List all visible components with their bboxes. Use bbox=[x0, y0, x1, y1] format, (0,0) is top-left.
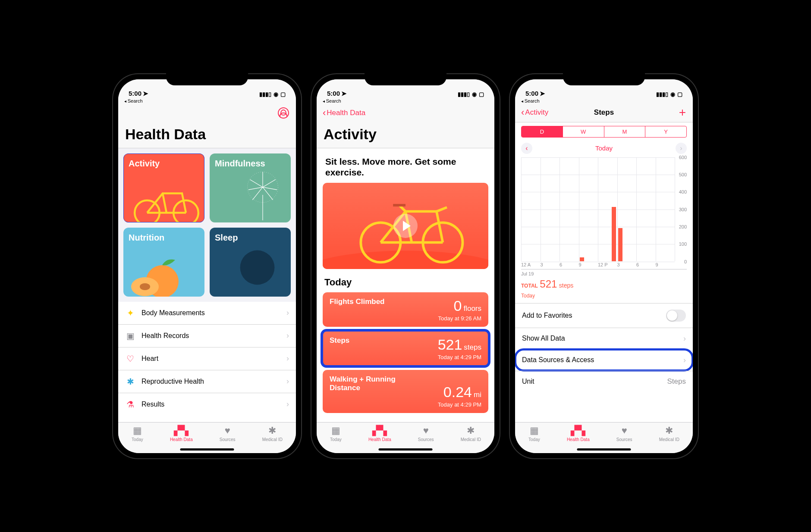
stat-card-steps[interactable]: Steps 521steps Today at 4:29 PM bbox=[323, 331, 488, 366]
prev-day-button[interactable]: ‹ bbox=[521, 143, 532, 154]
calendar-icon: ▦ bbox=[528, 425, 540, 436]
next-day-button[interactable]: › bbox=[676, 143, 687, 154]
chevron-right-icon: › bbox=[683, 356, 686, 365]
tab-label: Health Data bbox=[567, 437, 590, 442]
back-button[interactable]: ‹Health Data bbox=[323, 108, 365, 118]
tile-mindfulness[interactable]: Mindfulness bbox=[210, 153, 291, 222]
date-navigator: ‹ Today › bbox=[515, 141, 693, 157]
home-indicator[interactable] bbox=[180, 448, 234, 451]
segment-day[interactable]: D bbox=[522, 126, 563, 137]
tab-today[interactable]: ▦Today bbox=[132, 425, 143, 453]
svg-line-10 bbox=[250, 179, 263, 187]
stat-unit: mi bbox=[474, 391, 481, 399]
person-icon: ✦ bbox=[125, 308, 135, 318]
chart-date-sub: Jul 19 bbox=[515, 269, 693, 277]
row-label: Add to Favorites bbox=[522, 312, 572, 319]
stat-time: Today at 4:29 PM bbox=[330, 401, 481, 408]
tab-today[interactable]: ▦Today bbox=[330, 425, 342, 453]
svg-line-7 bbox=[263, 187, 273, 200]
location-icon: ➤ bbox=[341, 90, 347, 97]
row-label: Results bbox=[141, 401, 164, 408]
row-data-sources-access[interactable]: Data Sources & Access › bbox=[515, 349, 693, 371]
location-icon: ➤ bbox=[143, 90, 148, 97]
signal-icon: ▮▮▮▯ bbox=[656, 91, 668, 97]
asterisk-icon: ✱ bbox=[663, 425, 675, 436]
calendar-icon: ▦ bbox=[132, 425, 143, 436]
row-body-measurements[interactable]: ✦ Body Measurements › bbox=[118, 302, 296, 324]
chevron-right-icon: › bbox=[683, 334, 686, 343]
grid-icon: ▞▚ bbox=[572, 425, 584, 436]
tab-medical-id[interactable]: ✱Medical ID bbox=[461, 425, 481, 453]
phone-frame-2: 5:00➤ ▮▮▮▯◉▢ Search ‹Health Data Activit… bbox=[311, 73, 500, 459]
steps-bar-chart[interactable]: 010020030040050060012 A36912 P369 bbox=[521, 157, 687, 269]
battery-icon: ▢ bbox=[280, 91, 286, 97]
breadcrumb-back[interactable]: Search bbox=[317, 98, 494, 105]
stat-card-walking-running-distance[interactable]: Walking + Running Distance 0.24mi Today … bbox=[323, 370, 488, 413]
row-show-all-data[interactable]: Show All Data › bbox=[515, 328, 693, 349]
tab-label: Sources bbox=[616, 437, 632, 442]
tile-label: Nutrition bbox=[129, 233, 164, 242]
tab-label: Today bbox=[528, 437, 540, 442]
location-icon: ➤ bbox=[540, 90, 545, 97]
add-button[interactable]: + bbox=[679, 106, 686, 119]
profile-icon[interactable] bbox=[278, 107, 289, 119]
chart-bar bbox=[580, 257, 584, 261]
chevron-right-icon: › bbox=[286, 331, 289, 340]
row-label: Heart bbox=[141, 355, 158, 363]
row-reproductive-health[interactable]: ✱ Reproductive Health › bbox=[118, 370, 296, 393]
breadcrumb-back[interactable]: Search bbox=[118, 98, 296, 105]
time-range-segmented-control: D W M Y bbox=[521, 126, 687, 138]
tab-medical-id[interactable]: ✱Medical ID bbox=[659, 425, 679, 453]
asterisk-icon: ✱ bbox=[267, 425, 278, 436]
peach-icon bbox=[126, 251, 186, 297]
favorites-toggle[interactable] bbox=[666, 310, 686, 322]
tab-today[interactable]: ▦Today bbox=[528, 425, 540, 453]
svg-line-6 bbox=[263, 187, 277, 190]
row-label: Body Measurements bbox=[141, 309, 205, 317]
grid-icon: ▞▚ bbox=[176, 425, 187, 436]
date-label: Today bbox=[595, 144, 613, 152]
row-health-records[interactable]: ▣ Health Records › bbox=[118, 324, 296, 347]
row-value: Steps bbox=[667, 377, 686, 386]
dandelion-icon bbox=[237, 164, 289, 220]
row-heart[interactable]: ♡ Heart › bbox=[118, 347, 296, 370]
tile-activity[interactable]: Activity bbox=[123, 153, 204, 222]
svg-line-18 bbox=[437, 207, 447, 212]
chevron-right-icon: › bbox=[286, 308, 289, 317]
moon-icon bbox=[237, 247, 278, 288]
notch bbox=[166, 73, 248, 85]
segment-week[interactable]: W bbox=[563, 126, 604, 137]
snowflake-icon: ✱ bbox=[125, 376, 135, 387]
back-button[interactable]: ‹Activity bbox=[521, 108, 548, 117]
tab-label: Medical ID bbox=[262, 437, 283, 442]
screen-health-data: 5:00➤ ▮▮▮▯◉▢ Search Health Data Activity bbox=[118, 79, 296, 453]
total-subtext: Today bbox=[515, 293, 693, 303]
activity-video-card[interactable] bbox=[323, 183, 488, 269]
tile-sleep[interactable]: Sleep bbox=[210, 228, 291, 297]
screen-steps-detail: 5:00➤ ▮▮▮▯◉▢ Search ‹Activity Steps + D … bbox=[515, 79, 693, 453]
status-time: 5:00 bbox=[327, 90, 340, 97]
tab-label: Sources bbox=[220, 437, 236, 442]
chevron-right-icon: › bbox=[286, 400, 289, 409]
breadcrumb-back[interactable]: Search bbox=[515, 98, 693, 105]
segment-year[interactable]: Y bbox=[645, 126, 686, 137]
back-label: Activity bbox=[525, 108, 548, 117]
signal-icon: ▮▮▮▯ bbox=[458, 91, 470, 97]
tab-label: Today bbox=[330, 437, 342, 442]
tab-label: Health Data bbox=[170, 437, 193, 442]
row-results[interactable]: ⚗ Results › bbox=[118, 393, 296, 416]
home-indicator[interactable] bbox=[379, 448, 433, 451]
tile-nutrition[interactable]: Nutrition bbox=[123, 228, 204, 297]
row-add-to-favorites[interactable]: Add to Favorites bbox=[515, 303, 693, 328]
tab-label: Today bbox=[132, 437, 143, 442]
play-icon bbox=[393, 214, 418, 238]
home-indicator[interactable] bbox=[577, 448, 631, 451]
phone-frame-3: 5:00➤ ▮▮▮▯◉▢ Search ‹Activity Steps + D … bbox=[509, 73, 699, 459]
tab-medical-id[interactable]: ✱Medical ID bbox=[262, 425, 283, 453]
row-unit[interactable]: Unit Steps bbox=[515, 371, 693, 392]
stat-unit: steps bbox=[464, 343, 481, 352]
stat-card-flights-climbed[interactable]: Flights Climbed 0floors Today at 9:26 AM bbox=[323, 292, 488, 327]
chevron-left-icon: ‹ bbox=[521, 108, 524, 117]
segment-month[interactable]: M bbox=[604, 126, 646, 137]
back-label: Health Data bbox=[327, 109, 365, 117]
